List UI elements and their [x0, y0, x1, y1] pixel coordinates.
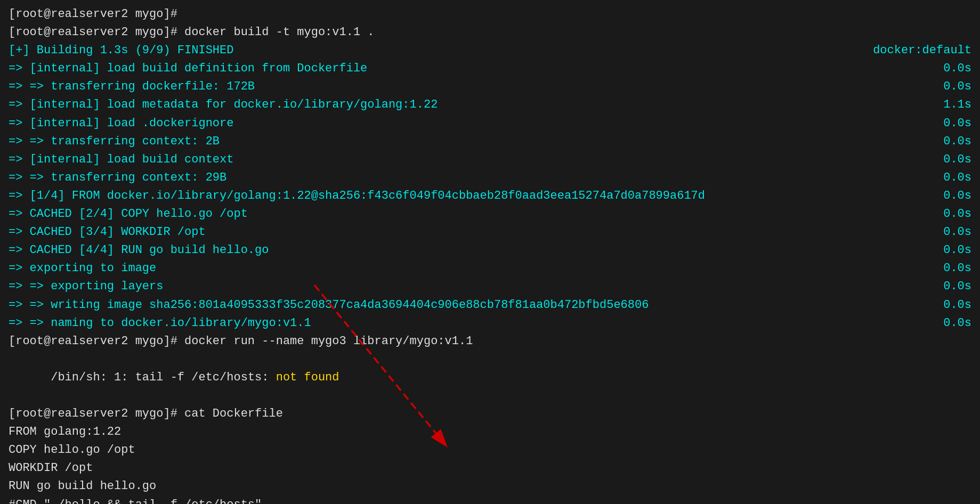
line-not-found-text: /bin/sh: 1: tail -f /etc/hosts: not foun… — [9, 351, 929, 405]
line-run-go-build-text: RUN go build hello.go — [9, 477, 929, 495]
line-exporting-layers-time: 0.0s — [929, 278, 971, 296]
line-cmd-commented-text: #CMD "./hello && tail -f /etc/hosts" — [9, 496, 929, 504]
line-transferring-context-2b-text: => => transferring context: 2B — [9, 133, 929, 151]
line-transferring-context-2b: => => transferring context: 2B 0.0s — [9, 133, 971, 151]
line-internal-load-meta-time: 1.1s — [929, 96, 971, 114]
line-internal-load-build-context-time: 0.0s — [929, 151, 971, 169]
line-cached-2-4-text: => CACHED [2/4] COPY hello.go /opt — [9, 205, 929, 223]
line-cached-2-4: => CACHED [2/4] COPY hello.go /opt 0.0s — [9, 205, 971, 223]
line-cmd-commented: #CMD "./hello && tail -f /etc/hosts" — [9, 496, 971, 504]
line-from-docker-text: => [1/4] FROM docker.io/library/golang:1… — [9, 187, 929, 205]
line-not-found: /bin/sh: 1: tail -f /etc/hosts: not foun… — [9, 351, 971, 405]
line-transferring-context-2b-time: 0.0s — [929, 133, 971, 151]
line-internal-load-dockerignore-time: 0.0s — [929, 115, 971, 133]
line-cached-4-4-text: => CACHED [4/4] RUN go build hello.go — [9, 241, 929, 259]
line-cached-4-4: => CACHED [4/4] RUN go build hello.go 0.… — [9, 241, 971, 259]
line-copy-hello: COPY hello.go /opt — [9, 441, 971, 459]
line-exporting-layers-text: => => exporting layers — [9, 278, 929, 296]
line-prompt-initial: [root@realserver2 mygo]# — [9, 5, 971, 23]
line-building-right: docker:default — [873, 42, 971, 60]
line-internal-load-build-context-text: => [internal] load build context — [9, 151, 929, 169]
line-internal-load-meta-text: => [internal] load metadata for docker.i… — [9, 96, 929, 114]
line-internal-load-def: => [internal] load build definition from… — [9, 60, 971, 78]
line-cached-3-4-time: 0.0s — [929, 223, 971, 241]
line-prompt-initial-text: [root@realserver2 mygo]# — [9, 5, 929, 23]
line-workdir: WORKDIR /opt — [9, 459, 971, 477]
line-not-found-keyword: not found — [276, 371, 339, 384]
line-cached-4-4-time: 0.0s — [929, 241, 971, 259]
line-transferring-context-29b-time: 0.0s — [929, 169, 971, 187]
line-writing-image-time: 0.0s — [929, 296, 971, 314]
line-internal-load-dockerignore-text: => [internal] load .dockerignore — [9, 115, 929, 133]
line-naming: => => naming to docker.io/library/mygo:v… — [9, 314, 971, 332]
line-transferring-dockerfile: => => transferring dockerfile: 172B 0.0s — [9, 78, 971, 96]
line-cached-3-4: => CACHED [3/4] WORKDIR /opt 0.0s — [9, 223, 971, 241]
line-exporting-image-text: => exporting to image — [9, 259, 929, 278]
line-building-text: [+] Building 1.3s (9/9) FINISHED — [9, 42, 873, 60]
line-from-docker: => [1/4] FROM docker.io/library/golang:1… — [9, 187, 971, 205]
line-cached-3-4-text: => CACHED [3/4] WORKDIR /opt — [9, 223, 929, 241]
line-copy-hello-text: COPY hello.go /opt — [9, 441, 929, 459]
line-cached-2-4-time: 0.0s — [929, 205, 971, 223]
line-transferring-context-29b: => => transferring context: 29B 0.0s — [9, 169, 971, 187]
line-naming-text: => => naming to docker.io/library/mygo:v… — [9, 314, 929, 332]
line-writing-image-text: => => writing image sha256:801a4095333f3… — [9, 296, 929, 314]
line-transferring-dockerfile-text: => => transferring dockerfile: 172B — [9, 78, 929, 96]
line-naming-time: 0.0s — [929, 314, 971, 332]
terminal-window: [root@realserver2 mygo]# [root@realserve… — [0, 0, 980, 504]
line-from-golang: FROM golang:1.22 — [9, 423, 971, 441]
line-docker-run-text: [root@realserver2 mygo]# docker run --na… — [9, 332, 929, 351]
line-cat-dockerfile: [root@realserver2 mygo]# cat Dockerfile — [9, 405, 971, 423]
line-internal-load-meta: => [internal] load metadata for docker.i… — [9, 96, 971, 114]
line-not-found-prefix: /bin/sh: 1: tail -f /etc/hosts: — [51, 371, 276, 384]
line-building: [+] Building 1.3s (9/9) FINISHED docker:… — [9, 42, 971, 60]
line-writing-image: => => writing image sha256:801a4095333f3… — [9, 296, 971, 314]
line-internal-load-def-time: 0.0s — [929, 60, 971, 78]
line-internal-load-build-context: => [internal] load build context 0.0s — [9, 151, 971, 169]
line-transferring-context-29b-text: => => transferring context: 29B — [9, 169, 929, 187]
line-internal-load-def-text: => [internal] load build definition from… — [9, 60, 929, 78]
line-from-golang-text: FROM golang:1.22 — [9, 423, 929, 441]
line-from-docker-time: 0.0s — [929, 187, 971, 205]
line-internal-load-dockerignore: => [internal] load .dockerignore 0.0s — [9, 115, 971, 133]
line-run-go-build: RUN go build hello.go — [9, 477, 971, 495]
line-docker-build-text: [root@realserver2 mygo]# docker build -t… — [9, 23, 929, 42]
line-docker-build: [root@realserver2 mygo]# docker build -t… — [9, 23, 971, 42]
line-transferring-dockerfile-time: 0.0s — [929, 78, 971, 96]
line-workdir-text: WORKDIR /opt — [9, 459, 929, 477]
line-docker-run: [root@realserver2 mygo]# docker run --na… — [9, 332, 971, 351]
line-exporting-layers: => => exporting layers 0.0s — [9, 278, 971, 296]
line-cat-dockerfile-text: [root@realserver2 mygo]# cat Dockerfile — [9, 405, 929, 423]
line-exporting-image: => exporting to image 0.0s — [9, 259, 971, 278]
line-exporting-image-time: 0.0s — [929, 259, 971, 278]
